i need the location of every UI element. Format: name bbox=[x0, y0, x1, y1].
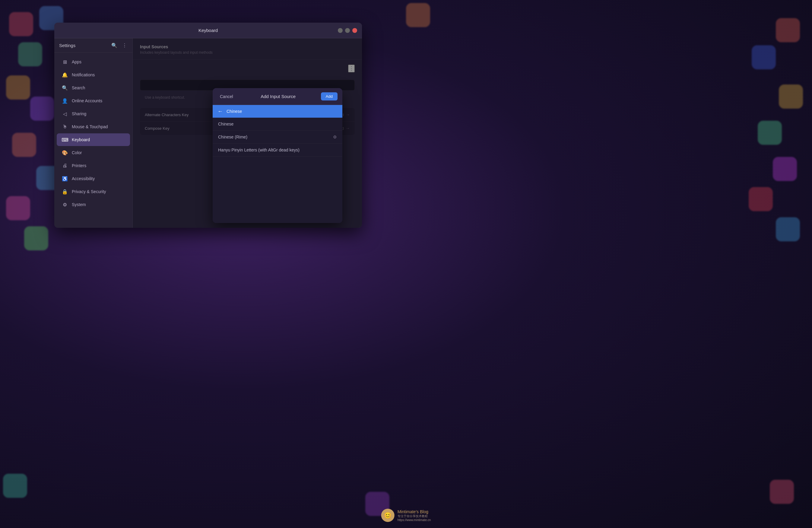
chinese-category-header: ← Chinese bbox=[213, 105, 342, 118]
modal-empty-area bbox=[213, 157, 342, 223]
search-nav-icon: 🔍 bbox=[61, 85, 68, 91]
online-accounts-icon: 👤 bbox=[61, 98, 68, 104]
sidebar-item-accessibility[interactable]: ♿ Accessibility bbox=[57, 172, 130, 185]
rime-gear-icon[interactable]: ⚙ bbox=[333, 134, 337, 139]
maximize-button[interactable] bbox=[345, 28, 350, 33]
back-button[interactable]: ← bbox=[217, 109, 223, 114]
bottom-logo-bar: 😊 Mintimate's Blog 专注于你分享技术教程 https://ww… bbox=[381, 509, 431, 522]
sidebar-item-label-accessibility: Accessibility bbox=[72, 176, 95, 181]
sidebar-title: Settings bbox=[59, 43, 75, 48]
main-content: Input Sources Includes keyboard layouts … bbox=[133, 38, 362, 228]
sidebar-item-notifications[interactable]: 🔔 Notifications bbox=[57, 69, 130, 81]
logo-circle: 😊 bbox=[381, 509, 394, 522]
window-body: Settings 🔍 ⋮ ⊞ Apps 🔔 Notifications 🔍 bbox=[54, 38, 362, 228]
sharing-icon: ◁ bbox=[61, 111, 68, 117]
search-button[interactable]: 🔍 bbox=[111, 42, 118, 49]
add-button[interactable]: Add bbox=[321, 92, 337, 100]
sidebar-header: Settings 🔍 ⋮ bbox=[54, 38, 132, 53]
sidebar-item-label-system: System bbox=[72, 202, 86, 207]
notifications-icon: 🔔 bbox=[61, 72, 68, 78]
sidebar-item-search[interactable]: 🔍 Search bbox=[57, 82, 130, 94]
sidebar-item-sharing[interactable]: ◁ Sharing bbox=[57, 108, 130, 120]
sidebar-item-label-apps: Apps bbox=[72, 59, 82, 64]
hanyu-pinyin-label: Hanyu Pinyin Letters (with AltGr dead ke… bbox=[218, 147, 300, 152]
sidebar-actions: 🔍 ⋮ bbox=[111, 42, 128, 49]
sidebar-item-label-color: Color bbox=[72, 150, 82, 155]
settings-window: Keyboard Settings 🔍 ⋮ ⊞ Apps bbox=[54, 23, 362, 228]
sidebar-item-label-keyboard: Keyboard bbox=[72, 137, 90, 142]
sidebar-item-label-privacy: Privacy & Security bbox=[72, 189, 106, 194]
printers-icon: 🖨 bbox=[61, 162, 68, 169]
input-source-item-chinese[interactable]: Chinese bbox=[213, 118, 342, 131]
sidebar-item-label-search: Search bbox=[72, 85, 85, 90]
modal-title: Add Input Source bbox=[261, 94, 295, 99]
window-controls bbox=[338, 28, 357, 33]
logo-subtitle2: https://www.mintimate.cn bbox=[397, 518, 431, 522]
chinese-rime-label: Chinese (Rime) bbox=[218, 134, 247, 139]
titlebar: Keyboard bbox=[54, 23, 362, 38]
input-source-list: Chinese Chinese (Rime) ⚙ Hanyu Pinyin Le… bbox=[213, 118, 342, 157]
sidebar-item-printers[interactable]: 🖨 Printers bbox=[57, 159, 130, 172]
sidebar-item-color[interactable]: 🎨 Color bbox=[57, 146, 130, 159]
sidebar-item-label-notifications: Notifications bbox=[72, 72, 95, 77]
sidebar-item-keyboard[interactable]: ⌨ Keyboard bbox=[57, 133, 130, 146]
sidebar: Settings 🔍 ⋮ ⊞ Apps 🔔 Notifications 🔍 bbox=[54, 38, 133, 228]
chinese-label: Chinese bbox=[218, 122, 233, 126]
color-icon: 🎨 bbox=[61, 149, 68, 156]
cancel-button[interactable]: Cancel bbox=[217, 93, 235, 100]
logo-icon: 😊 bbox=[384, 512, 392, 519]
sidebar-nav: ⊞ Apps 🔔 Notifications 🔍 Search 👤 Online… bbox=[54, 53, 132, 214]
menu-button[interactable]: ⋮ bbox=[121, 42, 128, 49]
close-button[interactable] bbox=[352, 28, 357, 33]
window-title: Keyboard bbox=[199, 28, 218, 33]
add-input-source-modal: Cancel Add Input Source Add ← Chinese bbox=[213, 88, 342, 223]
sidebar-item-label-online-accounts: Online Accounts bbox=[72, 98, 102, 103]
system-icon: ⚙ bbox=[61, 201, 68, 208]
sidebar-item-system[interactable]: ⚙ System bbox=[57, 198, 130, 211]
keyboard-icon: ⌨ bbox=[61, 137, 68, 143]
modal-body: ← Chinese Chinese Chinese (Rime) ⚙ bbox=[213, 105, 342, 223]
logo-subtitle1: 专注于你分享技术教程 bbox=[397, 514, 431, 518]
mouse-icon: 🖱 bbox=[61, 124, 68, 130]
logo-title: Mintimate's Blog bbox=[397, 509, 431, 514]
modal-overlay: Cancel Add Input Source Add ← Chinese bbox=[133, 38, 362, 228]
sidebar-item-privacy-security[interactable]: 🔒 Privacy & Security bbox=[57, 185, 130, 198]
category-title: Chinese bbox=[227, 109, 242, 114]
input-source-item-chinese-rime[interactable]: Chinese (Rime) ⚙ bbox=[213, 131, 342, 144]
sidebar-item-label-printers: Printers bbox=[72, 163, 86, 168]
minimize-button[interactable] bbox=[338, 28, 343, 33]
sidebar-item-online-accounts[interactable]: 👤 Online Accounts bbox=[57, 95, 130, 107]
sidebar-item-label-mouse: Mouse & Touchpad bbox=[72, 124, 108, 129]
accessibility-icon: ♿ bbox=[61, 175, 68, 182]
sidebar-item-apps[interactable]: ⊞ Apps bbox=[57, 56, 130, 68]
apps-icon: ⊞ bbox=[61, 58, 68, 65]
sidebar-item-label-sharing: Sharing bbox=[72, 111, 86, 116]
sidebar-item-mouse-touchpad[interactable]: 🖱 Mouse & Touchpad bbox=[57, 120, 130, 133]
modal-header: Cancel Add Input Source Add bbox=[213, 88, 342, 105]
input-source-item-hanyu-pinyin[interactable]: Hanyu Pinyin Letters (with AltGr dead ke… bbox=[213, 144, 342, 157]
privacy-icon: 🔒 bbox=[61, 188, 68, 195]
logo-text-area: Mintimate's Blog 专注于你分享技术教程 https://www.… bbox=[397, 509, 431, 522]
